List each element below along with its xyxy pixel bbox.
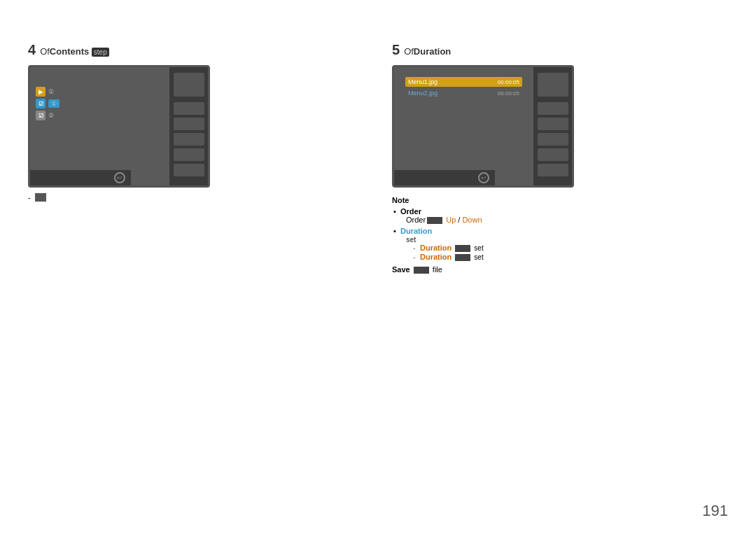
section5-back-icon: ↩: [478, 172, 489, 183]
note-save-row: Save file: [392, 265, 728, 274]
section5-btn-4: [538, 148, 568, 161]
section4-preview: [174, 73, 204, 97]
section4-btn-2: [174, 118, 204, 130]
content-icon-3: ☑: [36, 111, 46, 120]
content-label-3: ②: [48, 112, 54, 119]
note-order: Order Order Up / Down: [400, 207, 728, 224]
duration-filename-1: Menu1.jpg: [408, 78, 498, 85]
section5: 5 OfDuration Menu1.jpg 00:00:05 Menu2.jp…: [392, 42, 728, 274]
section4: 4 OfContents step ▶ ① ☑ ① ☑ ② ↩: [28, 42, 350, 202]
section4-tv-screen: ▶ ① ☑ ① ☑ ② ↩: [28, 65, 210, 188]
note-duration-text: Duration: [400, 227, 432, 235]
content-item-2: ☑ ①: [36, 99, 164, 108]
duration-row-1: Menu1.jpg 00:00:05: [405, 77, 522, 87]
section4-header: 4 OfContents step: [28, 42, 350, 58]
duration-time-1: 00:00:05: [498, 79, 519, 85]
note-duration-desc: set: [406, 236, 416, 244]
section5-number: 5: [392, 42, 400, 58]
duration-label-2: Duration: [420, 253, 451, 261]
section5-btn-1: [538, 102, 568, 115]
save-label: Save: [392, 265, 410, 274]
order-rect: [427, 217, 442, 224]
duration-rect-2: [455, 254, 470, 261]
notes-title: Note: [392, 196, 728, 204]
duration-filename-2: Menu2.jpg: [408, 90, 498, 97]
duration-time-2: 00:00:05: [498, 90, 519, 97]
duration-label-1: Duration: [420, 244, 451, 252]
section5-header: 5 OfDuration: [392, 42, 728, 58]
section4-btn-5: [174, 164, 204, 176]
duration-list: Menu1.jpg 00:00:05 Menu2.jpg 00:00:05: [400, 73, 528, 104]
section5-tv-screen: Menu1.jpg 00:00:05 Menu2.jpg 00:00:05 ↩: [392, 65, 574, 188]
note-duration-sub2: Duration set: [420, 253, 728, 261]
section5-btn-3: [538, 133, 568, 146]
save-rect: [414, 267, 429, 274]
section5-label: OfDuration: [404, 46, 451, 57]
note-order-sub: Order Up / Down: [406, 216, 728, 224]
section4-back-icon: ↩: [114, 172, 125, 183]
section5-bottom-bar: ↩: [394, 170, 495, 185]
section4-dash: -: [28, 193, 31, 202]
save-suffix: file: [433, 265, 442, 274]
content-label-1: ①: [48, 88, 54, 95]
section4-icon: [35, 193, 46, 202]
up-down-text: Up: [446, 216, 456, 224]
down-text: Down: [462, 216, 482, 224]
section4-number: 4: [28, 42, 36, 58]
duration-rect-1: [455, 245, 470, 252]
section4-label: OfContents step: [40, 46, 109, 57]
content-icon-2: ☑: [36, 99, 46, 108]
duration-row-2: Menu2.jpg 00:00:05: [405, 88, 522, 98]
section4-bottom-bar: ↩: [30, 170, 131, 185]
section5-btn-5: [538, 164, 568, 176]
section4-content-area: ▶ ① ☑ ① ☑ ② ↩: [30, 67, 169, 185]
note-order-text: Order: [400, 207, 421, 216]
page-number: 191: [702, 502, 728, 520]
duration-sub2-suffix: set: [474, 253, 483, 261]
section5-btn-2: [538, 118, 568, 130]
section4-note: -: [28, 193, 350, 202]
note-duration-sub1: Duration set: [420, 244, 728, 252]
section4-sidebar: [169, 67, 208, 185]
note-duration-subs: set Duration set Duration set: [406, 235, 728, 261]
content-item-3: ☑ ②: [36, 111, 164, 120]
section5-preview: [538, 73, 568, 97]
section5-sidebar: [533, 67, 572, 185]
section4-btn-1: [174, 102, 204, 115]
content-icon-1: ▶: [36, 87, 46, 97]
section5-notes: Note Order Order Up / Down Duration set …: [392, 196, 728, 274]
section4-btn-3: [174, 133, 204, 146]
note-duration: Duration set Duration set Duration set: [400, 227, 728, 261]
content-item-1: ▶ ①: [36, 87, 164, 97]
content-label-2: ①: [48, 99, 59, 108]
section4-btn-4: [174, 148, 204, 161]
section5-content-area: Menu1.jpg 00:00:05 Menu2.jpg 00:00:05 ↩: [394, 67, 533, 185]
duration-sub1-suffix: set: [474, 244, 483, 252]
